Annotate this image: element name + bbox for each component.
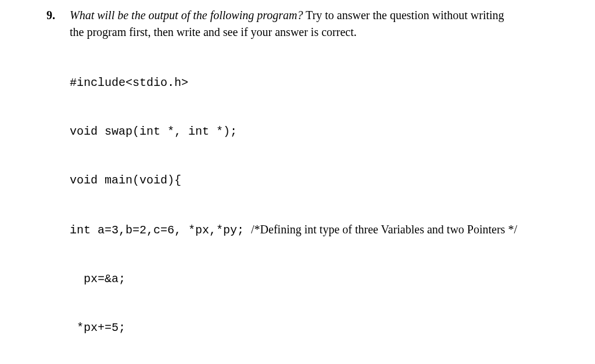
code-block: #include<stdio.h> void swap(int *, int *… xyxy=(70,42,572,364)
code-line-3: void main(void){ xyxy=(70,172,572,189)
code-comment-4: /*Defining int type of three Variables a… xyxy=(251,223,517,236)
question-number: 9. xyxy=(46,7,65,23)
question-italic: What will be the output of the following… xyxy=(70,9,303,21)
question-text: What will be the output of the following… xyxy=(70,7,572,23)
question-header: 9. What will be the output of the follow… xyxy=(46,7,572,23)
code-line-2: void swap(int *, int *); xyxy=(70,124,572,140)
code-line-4: int a=3,b=2,c=6, *px,*py; /*Defining int… xyxy=(70,221,572,239)
question-rest1: Try to answer the question without writi… xyxy=(303,9,504,21)
code-line-1: #include<stdio.h> xyxy=(70,75,572,91)
question-line2: the program first, then write and see if… xyxy=(70,26,572,39)
code-line-4a: int a=3,b=2,c=6, *px,*py; xyxy=(70,224,251,237)
code-line-6: *px+=5; xyxy=(70,320,572,336)
exercise-page: 9. What will be the output of the follow… xyxy=(0,0,595,364)
code-line-5: px=&a; xyxy=(70,271,572,287)
